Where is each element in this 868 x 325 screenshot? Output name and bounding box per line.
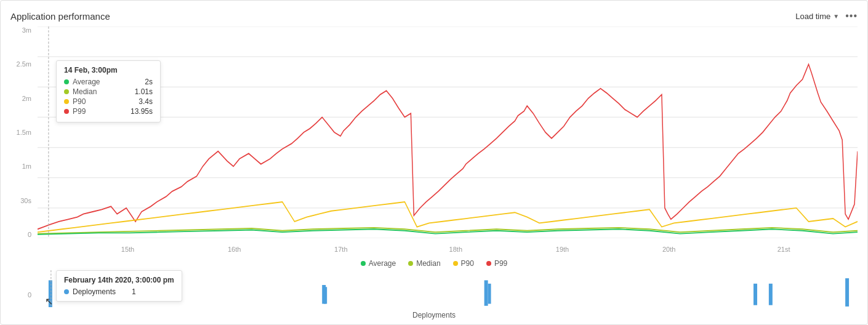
x-label-16th: 16th	[228, 246, 241, 253]
x-label-18th: 18th	[449, 246, 462, 253]
legend-dot-p90	[453, 261, 458, 266]
deploy-bar	[845, 278, 849, 307]
legend-label-p99: P99	[494, 259, 507, 268]
deploy-bar	[769, 284, 773, 305]
deploy-bar	[484, 280, 488, 305]
more-options-button[interactable]: •••	[845, 10, 858, 22]
x-label-19th: 19th	[556, 246, 569, 253]
main-chart-svg	[38, 26, 858, 238]
widget-title: Application performance	[10, 11, 110, 22]
legend-label-p90: P90	[461, 259, 474, 268]
x-axis-labels: 15th 16th 17th 18th 19th 20th 21st	[38, 241, 858, 257]
deployments-inner: February 14th 2020, 3:00:00 pm Deploymen…	[38, 270, 858, 307]
y-label-1m: 1m	[22, 162, 31, 170]
legend-dot-p99	[486, 261, 491, 266]
p90-line	[38, 202, 858, 232]
x-label-15th: 15th	[121, 246, 134, 253]
deploy-y-label: 0	[10, 291, 35, 299]
y-label-1-5m: 1.5m	[17, 129, 31, 136]
chart-svg-container: 14 Feb, 3:00pm Average 2s Median 1.01s P…	[38, 26, 858, 238]
legend-row: Average Median P90 P99	[10, 257, 858, 270]
application-performance-widget: Application performance Load time ▼ ••• …	[0, 0, 868, 325]
deployments-svg	[38, 270, 858, 307]
deployments-label: Deployments	[412, 311, 456, 319]
y-label-2-5m: 2.5m	[17, 60, 31, 68]
main-chart: 3m 2.5m 2m 1.5m 1m 30s 0	[10, 26, 858, 257]
y-label-3m: 3m	[22, 26, 31, 34]
y-label-2m: 2m	[22, 95, 31, 102]
y-label-30s: 30s	[20, 197, 31, 204]
chart-area: 3m 2.5m 2m 1.5m 1m 30s 0	[10, 26, 858, 319]
legend-item-average: Average	[361, 259, 396, 268]
y-axis: 3m 2.5m 2m 1.5m 1m 30s 0	[10, 26, 35, 238]
header-right: Load time ▼ •••	[795, 10, 858, 22]
deploy-bar	[488, 284, 491, 304]
legend-label-median: Median	[416, 259, 440, 268]
legend-item-median: Median	[408, 259, 440, 268]
deployments-section: 0 February 14th 2020, 3:0	[10, 270, 858, 319]
legend-item-p90: P90	[453, 259, 474, 268]
legend-dot-average	[361, 261, 366, 266]
x-label-17th: 17th	[334, 246, 347, 253]
deploy-bar	[324, 287, 327, 303]
x-label-21st: 21st	[778, 246, 790, 253]
cursor-pointer-icon: ↖	[45, 295, 53, 307]
load-time-button[interactable]: Load time ▼	[795, 12, 839, 21]
load-time-label: Load time	[795, 12, 830, 21]
x-label-20th: 20th	[662, 246, 675, 253]
deploy-bar	[753, 284, 757, 305]
y-label-0: 0	[28, 231, 31, 238]
widget-header: Application performance Load time ▼ •••	[10, 10, 858, 22]
chevron-down-icon: ▼	[833, 13, 839, 20]
legend-dot-median	[408, 261, 413, 266]
legend-item-p99: P99	[486, 259, 507, 268]
p99-line	[38, 64, 858, 229]
legend-label-average: Average	[369, 259, 396, 268]
